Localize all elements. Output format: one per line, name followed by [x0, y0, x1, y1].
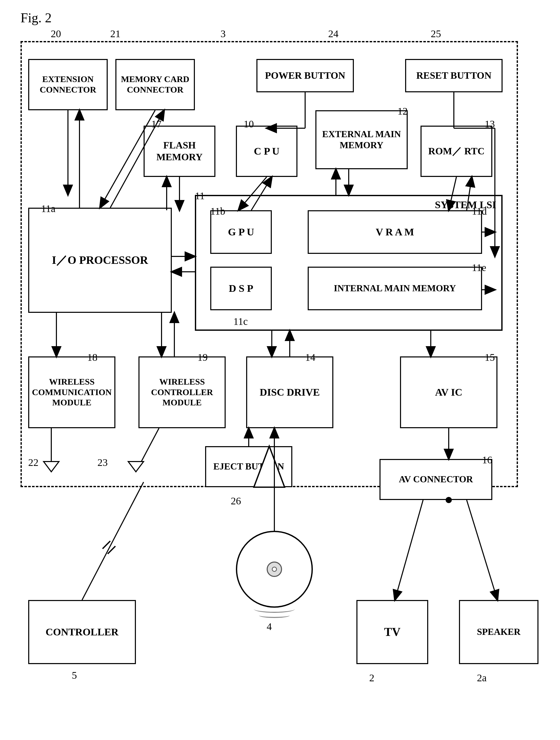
av-connector-block: AV CONNECTOR — [379, 459, 492, 500]
ref-25: 25 — [431, 28, 441, 40]
ref-15: 15 — [485, 351, 495, 363]
wireless-comm-module-block: WIRELESS COMMUNICATION MODULE — [28, 356, 115, 428]
ref-11c: 11c — [234, 315, 248, 328]
ref-18: 18 — [87, 351, 97, 363]
external-main-memory-block: EXTERNAL MAIN MEMORY — [315, 110, 408, 169]
reset-button-block: RESET BUTTON — [405, 59, 502, 92]
av-ic-block: AV IC — [400, 356, 497, 428]
svg-line-28 — [395, 500, 423, 600]
ref-11e: 11e — [472, 262, 486, 274]
svg-line-36 — [103, 541, 110, 549]
ref-22: 22 — [28, 456, 38, 468]
ref-21: 21 — [110, 28, 120, 40]
ref-23: 23 — [97, 456, 108, 468]
svg-line-37 — [108, 546, 115, 554]
ref-10: 10 — [244, 118, 254, 130]
ref-11b: 11b — [210, 205, 225, 217]
ref-5: 5 — [72, 669, 77, 681]
ref-12: 12 — [397, 105, 408, 117]
speaker-block: SPEAKER — [459, 600, 539, 664]
svg-line-29 — [467, 500, 497, 600]
internal-main-memory-block: INTERNAL MAIN MEMORY — [308, 267, 482, 310]
ref-11: 11 — [195, 190, 205, 202]
cpu-block: C P U — [236, 126, 297, 177]
extension-connector-block: EXTENSION CONNECTOR — [28, 59, 108, 110]
svg-line-35 — [82, 482, 144, 600]
ref-14: 14 — [305, 351, 315, 363]
ref-4: 4 — [267, 621, 272, 633]
power-button-block: POWER BUTTON — [256, 59, 354, 92]
ref-17: 17 — [151, 118, 162, 130]
ref-24: 24 — [328, 28, 339, 40]
memory-card-connector-block: MEMORY CARD CONNECTOR — [115, 59, 195, 110]
disc-base-line2 — [259, 613, 290, 618]
figure-label: Fig. 2 — [20, 10, 52, 25]
ref-16: 16 — [482, 454, 492, 466]
ref-19: 19 — [197, 351, 208, 363]
tv-block: TV — [356, 600, 428, 664]
disc-base-line1 — [254, 605, 295, 613]
flash-memory-block: FLASH MEMORY — [144, 126, 215, 177]
eject-button-block: EJECT BUTTON — [205, 446, 292, 487]
vram-block: V R A M — [308, 210, 482, 254]
io-processor-block: I／O PROCESSOR — [28, 208, 172, 313]
ref-26: 26 — [231, 495, 241, 507]
controller-block: CONTROLLER — [28, 600, 136, 664]
ref-2: 2 — [369, 672, 374, 684]
dsp-block: D S P — [210, 267, 272, 310]
wireless-ctrl-module-block: WIRELESS CONTROLLER MODULE — [138, 356, 226, 428]
ref-2a: 2a — [477, 672, 487, 684]
ref-3: 3 — [220, 28, 226, 40]
rom-rtc-block: ROM／ RTC — [421, 126, 492, 177]
disc-drive-block: DISC DRIVE — [246, 356, 333, 428]
ref-11a: 11a — [41, 203, 56, 215]
disc-circle — [236, 531, 313, 608]
ref-13: 13 — [485, 118, 495, 130]
ref-11d: 11d — [472, 205, 487, 217]
ref-20: 20 — [51, 28, 61, 40]
